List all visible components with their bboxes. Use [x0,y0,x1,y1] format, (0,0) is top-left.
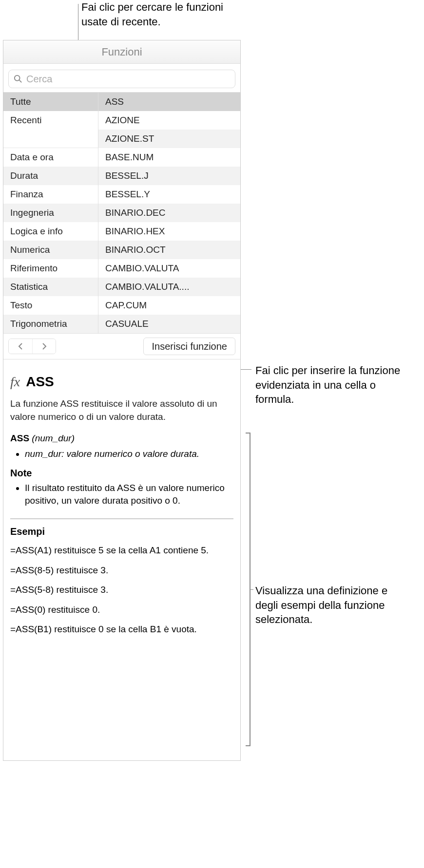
function-item[interactable]: BESSEL.J [98,167,240,185]
search-icon [14,75,22,83]
callout-bracket [246,433,251,746]
svg-line-1 [19,80,22,83]
function-title-row: fx ASS [10,364,233,397]
search-input[interactable]: Cerca [8,70,235,88]
function-item[interactable]: CAMBIO.VALUTA [98,259,240,278]
fx-icon: fx [10,374,20,390]
param-item: num_dur: valore numerico o valore durata… [25,448,233,461]
callout-line [251,589,253,590]
function-item[interactable]: CASUALE [98,315,240,333]
category-item[interactable]: Statistica [3,278,98,296]
category-item[interactable]: Trigonometria [3,315,98,333]
example-item: =ASS(8-5) restituisce 3. [10,564,233,577]
example-item: =ASS(0) restituisce 0. [10,604,233,617]
category-item[interactable]: Finanza [3,185,98,204]
syntax-name: ASS [10,433,29,443]
category-item[interactable]: Ingegneria [3,204,98,222]
category-item[interactable]: Riferimento [3,259,98,278]
function-description: La funzione ASS restituisce il valore as… [10,397,233,423]
search-wrap: Cerca [3,64,240,92]
example-item: =ASS(5-8) restituisce 3. [10,584,233,597]
search-placeholder: Cerca [26,74,52,85]
nav-buttons [8,339,56,354]
examples-list: =ASS(A1) restituisce 5 se la cella A1 co… [10,544,233,636]
callout-detail: Visualizza una definizione e degli esemp… [255,584,411,627]
function-item[interactable]: ASS [98,93,240,111]
category-item[interactable]: Data e ora [3,148,98,167]
function-item[interactable]: BESSEL.Y [98,185,240,204]
function-item[interactable]: BINARIO.HEX [98,222,240,241]
function-syntax: ASS (num_dur) [10,433,233,444]
category-item[interactable]: Logica e info [3,222,98,241]
category-list[interactable]: TutteRecentiData e oraDurataFinanzaIngeg… [3,93,98,333]
notes-list: Il risultato restituito da ASS è un valo… [10,482,233,508]
category-item[interactable]: Durata [3,167,98,185]
notes-heading: Note [10,468,233,479]
chevron-left-icon [18,343,23,350]
lists: TutteRecentiData e oraDurataFinanzaIngeg… [3,92,240,334]
callout-insert: Fai clic per inserire la funzione eviden… [255,363,411,407]
function-item[interactable]: BINARIO.DEC [98,204,240,222]
example-item: =ASS(B1) restituisce 0 se la cella B1 è … [10,623,233,636]
function-item[interactable]: CAP.CUM [98,296,240,315]
function-item[interactable]: BASE.NUM [98,148,240,167]
nav-forward-button[interactable] [32,339,56,354]
category-item[interactable]: Testo [3,296,98,315]
function-detail: fx ASS La funzione ASS restituisce il va… [3,359,240,651]
callout-recent: Fai clic per cercare le funzioni usate d… [81,0,228,29]
action-bar: Inserisci funzione [3,334,240,359]
category-item[interactable]: Tutte [3,93,98,111]
function-item[interactable]: CAMBIO.VALUTA.... [98,278,240,296]
panel-title: Funzioni [3,40,240,64]
function-list[interactable]: ASSAZIONEAZIONE.STBASE.NUMBESSEL.JBESSEL… [98,93,240,333]
svg-point-0 [15,75,20,81]
divider [10,518,233,519]
category-item[interactable]: Recenti [3,111,98,130]
functions-panel: Funzioni Cerca TutteRecentiData e oraDur… [3,40,241,761]
function-item[interactable]: BINARIO.OCT [98,241,240,259]
category-item[interactable]: Numerica [3,241,98,259]
nav-back-button[interactable] [9,339,32,354]
syntax-args: (num_dur) [32,433,75,443]
note-item: Il risultato restituito da ASS è un valo… [25,482,233,508]
insert-function-button[interactable]: Inserisci funzione [143,338,235,355]
function-item[interactable]: AZIONE.ST [98,130,240,148]
param-list: num_dur: valore numerico o valore durata… [10,448,233,461]
chevron-right-icon [42,343,47,350]
function-name: ASS [26,374,54,390]
examples-heading: Esempi [10,526,233,537]
category-spacer [3,130,98,148]
function-item[interactable]: AZIONE [98,111,240,130]
example-item: =ASS(A1) restituisce 5 se la cella A1 co… [10,544,233,557]
